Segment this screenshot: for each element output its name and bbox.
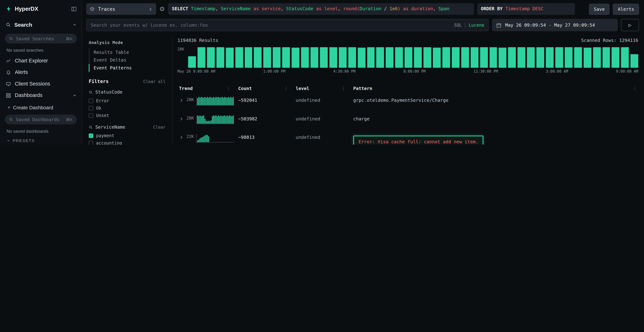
- histogram-bar[interactable]: [480, 47, 488, 68]
- source-select[interactable]: Traces: [86, 3, 156, 15]
- order-by-editor[interactable]: ORDER BY Timestamp DESC: [477, 3, 575, 15]
- histogram-bar[interactable]: [329, 47, 337, 68]
- checkbox[interactable]: [89, 98, 93, 103]
- histogram-bar[interactable]: [424, 47, 431, 68]
- histogram-bar[interactable]: [621, 47, 629, 68]
- sidebar-item-dashboards[interactable]: Dashboards: [0, 90, 82, 101]
- histogram-bar[interactable]: [264, 47, 271, 68]
- histogram-bar[interactable]: [602, 47, 610, 68]
- histogram-bar[interactable]: [405, 47, 412, 68]
- filter-groups: StatusCodeErrorOkUnsetServiceNameClear✓p…: [89, 90, 166, 144]
- histogram-bar[interactable]: [395, 47, 403, 68]
- create-dashboard-button[interactable]: + Create Dashboard: [0, 101, 82, 112]
- histogram-bar[interactable]: [320, 47, 328, 68]
- histogram-bar[interactable]: [301, 47, 309, 68]
- histogram-bar[interactable]: [518, 47, 525, 68]
- histogram-bar[interactable]: [198, 47, 205, 68]
- pattern-row[interactable]: 22K~98813undefinedError: Visa cache full…: [178, 130, 638, 144]
- checkbox[interactable]: [89, 140, 93, 144]
- histogram-bar[interactable]: [565, 47, 572, 68]
- sidebar-item-chart-explorer[interactable]: Chart Explorer: [0, 55, 82, 66]
- kebab-menu-icon[interactable]: ⋮: [284, 86, 288, 91]
- filter-option-accounting[interactable]: accounting: [89, 139, 166, 144]
- histogram-bar[interactable]: [367, 47, 374, 68]
- histogram-bar[interactable]: [216, 47, 224, 68]
- histogram-bar[interactable]: [433, 48, 440, 68]
- histogram-bar[interactable]: [376, 47, 384, 68]
- histogram-bar[interactable]: [499, 48, 506, 68]
- filter-option-payment[interactable]: ✓payment: [89, 132, 166, 139]
- histogram-bar[interactable]: [414, 47, 422, 68]
- histogram-bar[interactable]: [612, 47, 620, 68]
- sidebar-item-client-sessions[interactable]: Client Sessions: [0, 78, 82, 90]
- histogram-bar[interactable]: [508, 47, 516, 68]
- filter-option-Unset[interactable]: Unset: [89, 112, 166, 119]
- histogram-bar[interactable]: [188, 56, 196, 68]
- histogram-bar[interactable]: [273, 47, 280, 68]
- presets-toggle[interactable]: PRESETS: [0, 134, 82, 144]
- kebab-menu-icon[interactable]: ⋮: [341, 86, 346, 91]
- lucene-mode-toggle[interactable]: Lucene: [469, 22, 484, 28]
- expand-row-chevron[interactable]: [179, 117, 186, 121]
- analysis-mode-results-table[interactable]: Results Table: [90, 48, 166, 56]
- histogram-bar[interactable]: [584, 48, 591, 68]
- histogram-bar[interactable]: [527, 47, 535, 68]
- histogram-bar[interactable]: [461, 47, 469, 68]
- pattern-row[interactable]: 28K~503982undefinedcharge: [178, 112, 638, 130]
- histogram-bar[interactable]: [282, 47, 290, 68]
- histogram-bar[interactable]: [310, 47, 318, 68]
- alerts-button[interactable]: Alerts: [613, 4, 639, 15]
- level-cell: undefined: [296, 116, 353, 122]
- lucene-search-input[interactable]: Search your events w/ Lucene ex. column:…: [86, 19, 489, 31]
- clear-all-filters-link[interactable]: Clear all: [143, 79, 166, 84]
- expand-row-chevron[interactable]: [179, 135, 186, 140]
- histogram-bar[interactable]: [244, 47, 252, 68]
- pattern-row[interactable]: 28K~592041undefinedgrpc.oteldemo.Payment…: [178, 94, 638, 112]
- histogram-bar[interactable]: [574, 47, 582, 68]
- chevron-up-icon[interactable]: [72, 22, 77, 27]
- source-settings-gear-icon[interactable]: ⚙: [160, 5, 165, 13]
- preset-clickhouse[interactable]: ClickHouse: [0, 144, 82, 144]
- pattern-text-highlighted[interactable]: Error: Visa cache full: cannot add new i…: [353, 136, 484, 144]
- histogram-bar[interactable]: [593, 47, 600, 68]
- histogram-bar[interactable]: [292, 48, 299, 68]
- histogram-bar[interactable]: [348, 47, 356, 68]
- sql-mode-toggle[interactable]: SQL: [454, 22, 462, 28]
- histogram-bar[interactable]: [235, 47, 243, 68]
- date-range-picker[interactable]: May 26 09:09:54 - May 27 09:09:54: [492, 19, 618, 31]
- checkbox-checked[interactable]: ✓: [89, 133, 93, 138]
- collapse-sidebar-icon[interactable]: [71, 6, 77, 12]
- histogram-bar[interactable]: [226, 48, 234, 68]
- kebab-menu-icon[interactable]: ⋮: [226, 86, 231, 91]
- histogram-bar[interactable]: [555, 47, 563, 68]
- histogram-bar[interactable]: [470, 47, 478, 68]
- analysis-mode-event-patterns[interactable]: Event Patterns: [89, 64, 166, 72]
- histogram-bar[interactable]: [386, 47, 394, 68]
- histogram-bar[interactable]: [358, 48, 365, 68]
- histogram-bar[interactable]: [490, 47, 497, 68]
- histogram-bar[interactable]: [536, 47, 544, 68]
- histogram-bar[interactable]: [546, 47, 554, 68]
- saved-searches-input[interactable]: Saved Searches ⌘K: [5, 34, 77, 44]
- analysis-mode-event-deltas[interactable]: Event Deltas: [90, 56, 166, 64]
- run-query-button[interactable]: ▷: [621, 19, 639, 31]
- filter-option-Ok[interactable]: Ok: [89, 104, 166, 112]
- histogram-bar[interactable]: [630, 54, 638, 68]
- filter-clear-link[interactable]: Clear: [153, 125, 166, 129]
- sidebar-item-alerts[interactable]: Alerts: [0, 66, 82, 78]
- histogram-bar[interactable]: [442, 47, 450, 68]
- histogram-bar[interactable]: [452, 47, 460, 68]
- histogram-bar[interactable]: [254, 47, 262, 68]
- save-button[interactable]: Save: [589, 4, 610, 15]
- histogram-bar[interactable]: [207, 47, 215, 68]
- kebab-menu-icon[interactable]: ⋮: [632, 86, 637, 91]
- saved-dashboards-input[interactable]: Saved Dashboards ⌘K: [5, 115, 77, 124]
- histogram-bar[interactable]: [339, 47, 346, 68]
- chevron-up-icon[interactable]: [72, 93, 77, 98]
- sidebar-section-search[interactable]: Search: [0, 18, 82, 31]
- expand-row-chevron[interactable]: [179, 98, 186, 103]
- checkbox[interactable]: [89, 106, 93, 110]
- filter-option-Error[interactable]: Error: [89, 97, 166, 104]
- sql-select-editor[interactable]: SELECT Timestamp, ServiceName as service…: [168, 3, 474, 15]
- checkbox[interactable]: [89, 113, 93, 118]
